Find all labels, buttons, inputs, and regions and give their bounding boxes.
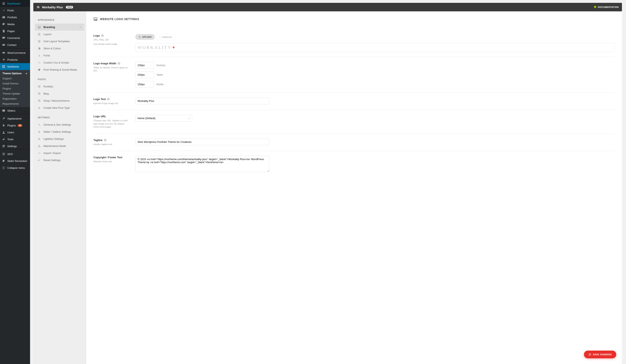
wp-menu-slider-revolution[interactable]: Slider Revolution (0, 158, 30, 164)
sidebar-item-post-sharing-social-media[interactable]: Post Sharing & Social Media (35, 66, 84, 73)
wp-submenu-registration[interactable]: Registration (0, 96, 30, 101)
archive-icon (38, 85, 41, 88)
sidebar-item-custom-css-scripts[interactable]: Custom Css & Scripts (35, 59, 84, 66)
page-title: WEBSITE LOGO SETTINGS (100, 17, 139, 21)
sidebar-item-label: General & Seo Settings (43, 123, 71, 126)
sidebar-item-maintenance-mode[interactable]: Maintenance Mode (35, 142, 84, 150)
sidebar-item-import-export[interactable]: Import / Export (35, 150, 84, 157)
save-label: SAVE CHANGES (593, 353, 612, 356)
sidebar-item-label: Custom Css & Scripts (43, 61, 69, 64)
check-icon (588, 353, 591, 356)
wp-submenu-install-demos[interactable]: Install Demos (0, 81, 30, 86)
sidebar-item-grid-layout-templates[interactable]: Grid Layout Templates (35, 38, 84, 45)
wp-menu-appearance[interactable]: Appearance (0, 115, 30, 122)
sidebar-item-blog[interactable]: Blog (35, 90, 84, 97)
width-mobile-label: Mobile (156, 83, 163, 86)
wp-menu-tools[interactable]: Tools (0, 136, 30, 143)
sidebar-item-skins-colors[interactable]: Skins & Colors (35, 45, 84, 52)
wp-menu-products[interactable]: Products (0, 56, 30, 63)
wp-menu-pages[interactable]: Pages (0, 28, 30, 34)
help-icon[interactable]: ? (107, 98, 110, 100)
wp-submenu-requirements[interactable]: Requirements (0, 101, 30, 106)
wp-submenu-support[interactable]: Support (0, 76, 30, 81)
help-icon[interactable]: ? (101, 34, 104, 37)
sidebar-item-label: Slider / Gallery Settings (43, 130, 71, 133)
sidebar-item-label: Lightbox Settings (43, 137, 64, 140)
wp-menu-dashboard[interactable]: Dashboard (0, 0, 30, 7)
wp-menu-contact[interactable]: Contact (0, 41, 30, 48)
sidebar-item-create-new-post-type[interactable]: Create New Post Type (35, 104, 84, 111)
upload-label: UPLOAD (142, 36, 152, 38)
portfolio-icon (2, 15, 6, 19)
sidebar-item-lightbox-settings[interactable]: Lightbox Settings (35, 135, 84, 142)
help-icon (594, 5, 596, 9)
copyright-textarea[interactable] (135, 156, 269, 172)
wp-submenu-plugins[interactable]: Plugins (0, 86, 30, 91)
pin-icon (2, 8, 6, 12)
wp-menu-plugins[interactable]: Plugins42 (0, 122, 30, 129)
topbar: :N Workality Plus V2.0 DOCUMENTATION (33, 3, 622, 11)
sidebar-item-label: Import / Export (43, 152, 61, 155)
upload-button[interactable]: UPLOAD (135, 34, 155, 40)
width-desktop-label: Desktop (156, 64, 165, 67)
font-icon (38, 54, 41, 57)
wp-admin-sidebar: Dashboard Posts Portfolio Media Pages Co… (0, 0, 30, 364)
update-badge: 42 (18, 124, 22, 127)
wp-menu-seo[interactable]: SEO (0, 151, 30, 158)
tagline-input[interactable] (135, 139, 269, 145)
sidebar-item-shop-woocommerce[interactable]: Shop / Woocommerce (35, 97, 84, 104)
wp-menu-northeme[interactable]: Northeme (0, 63, 30, 70)
wp-menu-media[interactable]: Media (0, 21, 30, 28)
width-mobile-input[interactable] (135, 81, 154, 88)
wp-menu-users[interactable]: Users (0, 129, 30, 136)
comment-icon (2, 36, 6, 40)
undo-icon (38, 159, 41, 162)
collapse-icon (2, 166, 6, 170)
documentation-link[interactable]: DOCUMENTATION (594, 5, 619, 9)
gear-icon (2, 144, 6, 148)
logo-url-label: Logo URL (93, 115, 106, 118)
sidebar-item-branding[interactable]: Branding (35, 24, 84, 31)
sidebar-item-fonts[interactable]: Fonts (35, 52, 84, 59)
version-badge: V2.0 (66, 6, 73, 8)
wp-menu-portfolio[interactable]: Portfolio (0, 14, 30, 21)
sidebar-item-layout[interactable]: Layout (35, 31, 84, 38)
logo-preview: WORKALITY + (135, 43, 615, 52)
sidebar-item-reset-settings[interactable]: Reset Settings (35, 157, 84, 164)
remove-button[interactable]: REMOVE (156, 34, 175, 40)
upload-icon (139, 36, 141, 38)
wp-menu-sliders[interactable]: Sliders (0, 107, 30, 114)
wp-submenu-theme-update[interactable]: Theme Update (0, 91, 30, 96)
wp-menu-settings[interactable]: Settings (0, 143, 30, 150)
wp-menu-collapse-menu[interactable]: Collapse menu (0, 164, 30, 171)
wp-menu-comments[interactable]: Comments (0, 34, 30, 41)
sidebar-item-portfolio[interactable]: Portfolio (35, 83, 84, 90)
help-icon[interactable]: ? (117, 62, 120, 65)
chevron-right-icon (79, 26, 81, 28)
logo-text-input[interactable] (135, 98, 269, 104)
wp-submenu-theme-options[interactable]: Theme Options (0, 71, 30, 76)
wp-menu-posts[interactable]: Posts (0, 7, 30, 14)
plug-icon (2, 123, 6, 128)
sidebar-item-slider-gallery-settings[interactable]: Slider / Gallery Settings (35, 128, 84, 135)
save-fab-container: SAVE CHANGES (582, 349, 618, 360)
wp-menu-label: Pages (7, 30, 15, 33)
width-tablet-input[interactable] (135, 71, 154, 78)
sidebar-item-label: Fonts (43, 54, 50, 57)
copyright-help: Website footer text (93, 160, 130, 163)
content-area: :N Workality Plus V2.0 DOCUMENTATION APP… (30, 0, 626, 364)
sidebar-item-general-seo-settings[interactable]: General & Seo Settings (35, 121, 84, 128)
width-desktop-input[interactable] (135, 62, 154, 68)
seo-icon (2, 152, 6, 156)
layout-icon (38, 40, 41, 43)
logo-url-select[interactable]: Home (Default) (135, 115, 192, 122)
wp-menu-label: Northeme (7, 65, 19, 68)
save-changes-button[interactable]: SAVE CHANGES (584, 351, 616, 358)
brush-icon (2, 116, 6, 121)
wp-menu-label: Comments (7, 36, 20, 39)
pages-icon (2, 29, 6, 33)
wp-menu-woocommerce[interactable]: WooCommerce (0, 49, 30, 56)
sidebar-item-label: Shop / Woocommerce (43, 99, 70, 102)
theme-title: Workality Plus (42, 5, 63, 9)
help-icon[interactable]: ? (104, 139, 106, 141)
